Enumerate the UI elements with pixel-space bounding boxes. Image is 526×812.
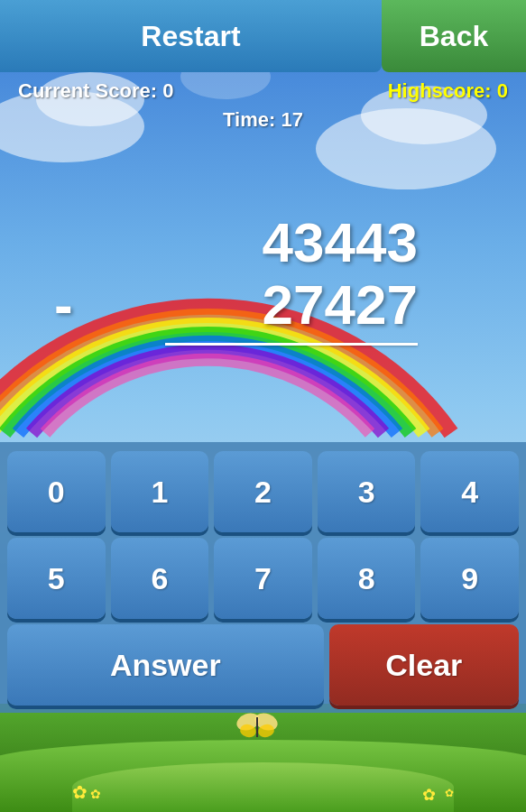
key-3[interactable]: 3 bbox=[318, 451, 416, 532]
key-8[interactable]: 8 bbox=[318, 538, 416, 619]
highscore: Highscore: 0 bbox=[388, 79, 508, 103]
key-5[interactable]: 5 bbox=[7, 538, 106, 619]
problem-operator: - bbox=[54, 272, 73, 337]
key-6[interactable]: 6 bbox=[111, 538, 209, 619]
key-2[interactable]: 2 bbox=[214, 451, 312, 532]
current-score: Current Score: 0 bbox=[18, 79, 173, 103]
key-9[interactable]: 9 bbox=[420, 538, 519, 619]
key-0[interactable]: 0 bbox=[7, 451, 106, 532]
key-1[interactable]: 1 bbox=[111, 451, 209, 532]
answer-underline bbox=[165, 343, 418, 346]
problem-number1: 43443 bbox=[263, 212, 418, 273]
problem-number2: 27427 bbox=[263, 274, 418, 336]
back-button[interactable]: Back bbox=[382, 0, 526, 72]
key-7[interactable]: 7 bbox=[214, 538, 312, 619]
key-4[interactable]: 4 bbox=[420, 451, 519, 532]
timer: Time: 17 bbox=[223, 108, 303, 131]
answer-button[interactable]: Answer bbox=[7, 624, 324, 706]
restart-button[interactable]: Restart bbox=[0, 0, 382, 72]
clear-button[interactable]: Clear bbox=[329, 624, 519, 706]
